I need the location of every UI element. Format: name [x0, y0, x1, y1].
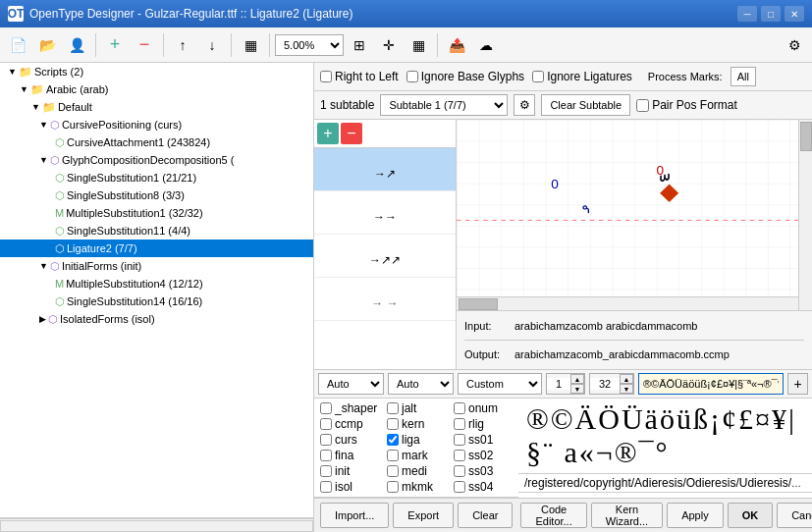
- expand-isolated[interactable]: ▶: [39, 314, 46, 324]
- spin-up-button[interactable]: ▲: [570, 374, 584, 384]
- list-item-3[interactable]: ↗↗→: [314, 235, 456, 278]
- tree-item-single8[interactable]: ⬡ SingleSubstitution8 (3/3): [0, 186, 313, 204]
- minimize-button[interactable]: ─: [737, 6, 757, 22]
- canvas-hscroll[interactable]: [457, 296, 798, 310]
- clear-subtable-button[interactable]: Clear Subtable: [541, 94, 630, 116]
- ignore-ligatures-label[interactable]: Ignore Ligatures: [532, 70, 632, 83]
- down-button[interactable]: ↓: [198, 32, 226, 58]
- size-up-button[interactable]: ▲: [620, 374, 633, 384]
- clear-button[interactable]: Clear: [458, 503, 513, 528]
- ignore-base-glyphs-label[interactable]: Ignore Base Glyphs: [406, 70, 524, 83]
- tree-item-single11[interactable]: ⬡ SingleSubstitution11 (4/4): [0, 222, 313, 239]
- expand-default[interactable]: ▼: [31, 102, 40, 112]
- cb-mkmk-input[interactable]: [387, 481, 399, 493]
- tree-view[interactable]: ▼ 📁 Scripts (2) ▼ 📁 Arabic (arab) ▼ 📁 De…: [0, 63, 313, 518]
- list-items[interactable]: ↗→ →→ ↗↗→ → →: [314, 148, 456, 369]
- tree-item-isolated[interactable]: ▶ ⬡ IsolatedForms (isol): [0, 310, 313, 328]
- tree-item-ligature2[interactable]: ⬡ Ligature2 (7/7): [0, 239, 313, 257]
- cb-mkmk[interactable]: mkmk: [387, 480, 446, 494]
- cb-curs-input[interactable]: [320, 434, 332, 446]
- ok-button[interactable]: OK: [728, 503, 774, 528]
- left-panel-hscroll[interactable]: [0, 518, 313, 532]
- cb-rlig[interactable]: rlig: [454, 417, 513, 431]
- tree-item-scripts[interactable]: ▼ 📁 Scripts (2): [0, 63, 313, 80]
- feature-add-button[interactable]: +: [787, 373, 808, 395]
- cb-shaper[interactable]: _shaper: [320, 401, 379, 415]
- cb-init[interactable]: init: [320, 464, 379, 478]
- cb-kern-input[interactable]: [387, 418, 399, 430]
- new-button[interactable]: 📄: [4, 32, 31, 58]
- tree-item-single14[interactable]: ⬡ SingleSubstitution14 (16/16): [0, 293, 313, 310]
- cb-isol[interactable]: isol: [320, 480, 379, 494]
- remove-button[interactable]: −: [131, 32, 158, 58]
- expand-arabic[interactable]: ▼: [20, 84, 28, 94]
- feature-text-input[interactable]: [638, 373, 784, 395]
- cancel-button[interactable]: Cancel: [777, 503, 812, 528]
- list-item-2[interactable]: →→: [314, 191, 456, 235]
- view-button[interactable]: ▦: [237, 32, 264, 58]
- apply-button[interactable]: Apply: [667, 503, 724, 528]
- add-button[interactable]: +: [101, 32, 129, 58]
- cb-kern[interactable]: kern: [387, 417, 446, 431]
- size-down-button[interactable]: ▼: [620, 384, 633, 394]
- cb-init-input[interactable]: [320, 465, 332, 477]
- spinbox-input[interactable]: [547, 378, 570, 390]
- close-button[interactable]: ✕: [785, 6, 804, 22]
- tree-item-arabic[interactable]: ▼ 📁 Arabic (arab): [0, 80, 313, 98]
- feature-dropdown-1[interactable]: Auto: [318, 373, 384, 395]
- feature-dropdown-2[interactable]: Auto: [388, 373, 454, 395]
- cb-isol-input[interactable]: [320, 481, 332, 493]
- right-to-left-checkbox[interactable]: [320, 71, 332, 82]
- cb-ss03-input[interactable]: [454, 465, 465, 477]
- cb-ss03[interactable]: ss03: [454, 464, 513, 478]
- cb-ss02-input[interactable]: [454, 450, 465, 461]
- feature-dropdown-3[interactable]: Custom: [458, 373, 542, 395]
- cb-rlig-input[interactable]: [454, 418, 465, 430]
- spin-down-button[interactable]: ▼: [570, 384, 584, 394]
- expand-scripts[interactable]: ▼: [8, 67, 17, 77]
- cb-ss02[interactable]: ss02: [454, 449, 513, 462]
- cb-fina-input[interactable]: [320, 450, 332, 461]
- tree-item-multi4[interactable]: M MultipleSubstitution4 (12/12): [0, 275, 313, 293]
- expand-initial[interactable]: ▼: [39, 261, 48, 271]
- subtable-settings-button[interactable]: ⚙: [514, 94, 535, 116]
- cb-ccmp[interactable]: ccmp: [320, 417, 379, 431]
- tree-item-single1[interactable]: ⬡ SingleSubstitution1 (21/21): [0, 169, 313, 186]
- cb-medi-input[interactable]: [387, 465, 399, 477]
- cb-shaper-input[interactable]: [320, 402, 332, 414]
- grid-button[interactable]: ▦: [405, 32, 432, 58]
- person-button[interactable]: 👤: [63, 32, 90, 58]
- cb-onum-input[interactable]: [454, 402, 465, 414]
- open-button[interactable]: 📂: [33, 32, 61, 58]
- pair-pos-checkbox-label[interactable]: Pair Pos Format: [636, 98, 737, 112]
- list-item-1[interactable]: ↗→: [314, 148, 456, 191]
- tree-item-initial[interactable]: ▼ ⬡ InitialForms (init): [0, 257, 313, 275]
- ignore-ligatures-checkbox[interactable]: [532, 71, 544, 82]
- export-icon-button[interactable]: 📤: [443, 32, 470, 58]
- size-input[interactable]: [590, 378, 620, 390]
- cb-liga-input[interactable]: [387, 434, 399, 446]
- up-button[interactable]: ↑: [169, 32, 196, 58]
- list-item-4[interactable]: → →: [314, 278, 456, 321]
- expand-cursive[interactable]: ▼: [39, 120, 48, 130]
- tree-item-cursive1[interactable]: ⬡ CursiveAttachment1 (243824): [0, 133, 313, 151]
- cb-ss04-input[interactable]: [454, 481, 465, 493]
- cb-ccmp-input[interactable]: [320, 418, 332, 430]
- zoom-dropdown[interactable]: 5.00%: [275, 34, 344, 56]
- ignore-base-glyphs-checkbox[interactable]: [406, 71, 418, 82]
- list-add-button[interactable]: +: [317, 123, 339, 144]
- maximize-button[interactable]: □: [761, 6, 781, 22]
- cb-medi[interactable]: medi: [387, 464, 446, 478]
- tree-item-cursive[interactable]: ▼ ⬡ CursivePositioning (curs): [0, 116, 313, 133]
- zoom-fit-button[interactable]: ⊞: [346, 32, 373, 58]
- pair-pos-checkbox[interactable]: [636, 99, 649, 112]
- tree-item-glyph[interactable]: ▼ ⬡ GlyphCompositionDecomposition5 (: [0, 151, 313, 169]
- process-marks-button[interactable]: All: [731, 67, 756, 86]
- right-to-left-checkbox-label[interactable]: Right to Left: [320, 70, 399, 83]
- cb-ss01-input[interactable]: [454, 434, 465, 446]
- cb-liga[interactable]: liga: [387, 433, 446, 447]
- import-button[interactable]: Import...: [320, 503, 389, 528]
- code-editor-button[interactable]: Code Editor...: [520, 503, 586, 528]
- expand-glyph[interactable]: ▼: [39, 155, 48, 165]
- tree-item-default[interactable]: ▼ 📁 Default: [0, 98, 313, 116]
